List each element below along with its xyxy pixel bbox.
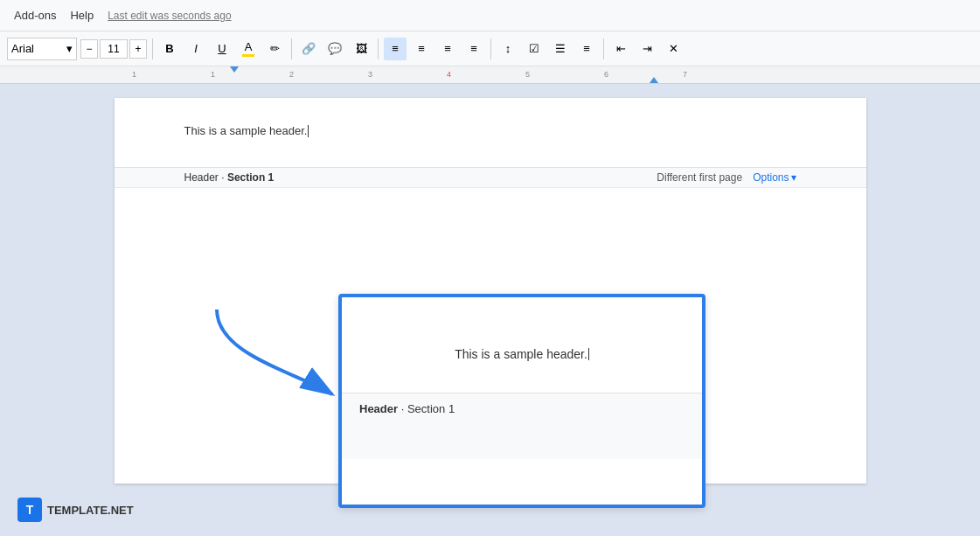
document-header-area[interactable]: This is a sample header.: [115, 98, 866, 168]
toolbar: Arial ▾ − + B I U A ✏ 🔗 💬: [0, 31, 980, 66]
increase-indent-button[interactable]: ⇥: [636, 38, 658, 60]
align-right-button[interactable]: ≡: [436, 38, 459, 60]
header-section-label: Header · Section 1: [184, 171, 275, 184]
brand-icon: T: [17, 498, 42, 522]
popup-label-bar: Header · Section 1: [342, 393, 702, 424]
bold-button[interactable]: B: [158, 38, 181, 60]
document-header-text: This is a sample header.: [184, 124, 308, 137]
increase-indent-icon: ⇥: [643, 42, 652, 55]
ruler-right-indent[interactable]: [650, 77, 658, 83]
decrease-indent-button[interactable]: ⇤: [609, 38, 632, 60]
text-color-bar: [242, 54, 254, 57]
app-container: Add-ons Help Last edit was seconds ago A…: [0, 0, 980, 536]
last-edit-label: Last edit was seconds ago: [108, 10, 231, 22]
font-name: Arial: [11, 42, 34, 55]
font-size-decrease-button[interactable]: −: [80, 39, 98, 59]
popup-cursor: [588, 348, 589, 360]
link-icon: 🔗: [302, 42, 316, 55]
align-justify-icon: ≡: [470, 42, 477, 55]
image-button[interactable]: 🖼: [350, 38, 372, 60]
addons-menu[interactable]: Add-ons: [14, 9, 56, 22]
font-size-input[interactable]: [100, 39, 128, 59]
clear-format-icon: ✕: [669, 42, 678, 55]
comment-button[interactable]: 💬: [323, 38, 346, 60]
bullet-list-icon: ☰: [555, 42, 566, 55]
line-spacing-icon: ↕: [505, 42, 511, 55]
italic-button[interactable]: I: [184, 38, 207, 60]
options-button[interactable]: Options ▾: [753, 171, 796, 184]
align-center-icon: ≡: [418, 42, 425, 55]
ruler: 1 1 2 3 4 5 6 7: [0, 66, 980, 84]
ruler-left-indent[interactable]: [230, 66, 239, 73]
document-body[interactable]: [115, 188, 866, 223]
line-spacing-button[interactable]: ↕: [497, 38, 519, 60]
toolbar-separator-2: [291, 38, 292, 59]
text-color-button[interactable]: A: [237, 38, 260, 60]
comment-icon: 💬: [328, 42, 342, 55]
toolbar-separator-1: [152, 38, 153, 59]
popup-bottom-bar: [342, 424, 702, 459]
header-label-bar: Header · Section 1 Different first page …: [115, 168, 866, 188]
doc-area: This is a sample header. Header · Sectio…: [0, 84, 980, 536]
align-center-button[interactable]: ≡: [410, 38, 433, 60]
image-icon: 🖼: [356, 42, 367, 55]
diff-first-page-label: Different first page: [657, 171, 742, 184]
toolbar-separator-5: [603, 38, 604, 59]
toolbar-separator-3: [378, 38, 379, 59]
branding: T TEMPLATE.NET: [17, 498, 134, 522]
brand-name: TEMPLATE.NET: [47, 504, 134, 517]
toolbar-separator-4: [490, 38, 491, 59]
text-cursor: [308, 125, 309, 137]
popup-annotation-box: This is a sample header. Header · Sectio…: [338, 294, 705, 508]
clear-format-button[interactable]: ✕: [662, 38, 685, 60]
highlight-icon: ✏: [270, 42, 280, 55]
highlight-button[interactable]: ✏: [263, 38, 286, 60]
popup-header-text: This is a sample header.: [455, 347, 587, 361]
checklist-icon: ☑: [529, 42, 539, 55]
align-left-button[interactable]: ≡: [384, 38, 407, 60]
align-justify-button[interactable]: ≡: [462, 38, 485, 60]
font-size-increase-button[interactable]: +: [129, 39, 147, 59]
font-dropdown-icon: ▾: [66, 42, 73, 55]
section-number: Section 1: [227, 171, 274, 184]
help-menu[interactable]: Help: [70, 9, 94, 22]
numbered-list-button[interactable]: ≡: [575, 38, 598, 60]
font-selector[interactable]: Arial ▾: [7, 38, 77, 60]
link-button[interactable]: 🔗: [297, 38, 320, 60]
align-right-icon: ≡: [444, 42, 451, 55]
options-chevron-icon: ▾: [791, 171, 796, 184]
decrease-indent-icon: ⇤: [616, 42, 626, 55]
text-color-letter: A: [245, 40, 253, 53]
menu-bar: Add-ons Help Last edit was seconds ago: [0, 0, 980, 31]
bullet-list-button[interactable]: ☰: [549, 38, 572, 60]
popup-label-text: Header · Section 1: [359, 402, 455, 415]
popup-header-content: This is a sample header.: [342, 297, 702, 393]
checklist-button[interactable]: ☑: [523, 38, 546, 60]
numbered-list-icon: ≡: [583, 42, 590, 55]
font-size-group: − +: [80, 39, 147, 59]
align-left-icon: ≡: [392, 42, 399, 55]
underline-button[interactable]: U: [211, 38, 233, 60]
